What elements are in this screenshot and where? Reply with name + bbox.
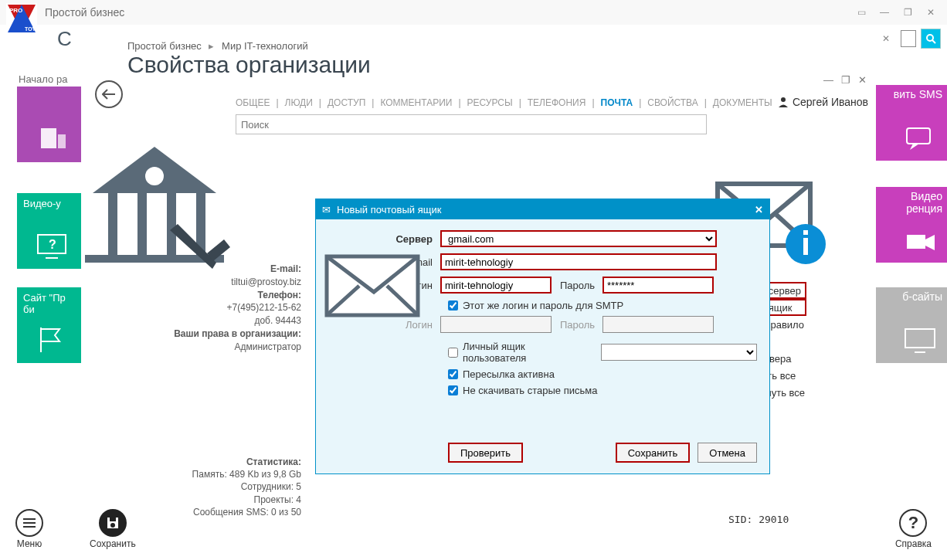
- same-smtp-checkbox[interactable]: [448, 300, 458, 311]
- mail-icon: ✉: [322, 204, 331, 216]
- monitor-icon: [904, 328, 936, 354]
- svg-rect-25: [803, 238, 808, 255]
- menu-icon: [15, 509, 43, 537]
- save-bottom-button[interactable]: Сохранить: [90, 509, 136, 549]
- check-button[interactable]: Проверить: [448, 443, 523, 463]
- svg-point-14: [781, 97, 786, 102]
- current-user[interactable]: Сергей Иванов: [777, 96, 868, 108]
- tab-comments[interactable]: КОММЕНТАРИИ: [380, 97, 452, 108]
- svg-point-3: [927, 35, 933, 41]
- forwarding-checkbox[interactable]: [448, 369, 458, 379]
- server-label: Сервер: [328, 233, 440, 245]
- tile-label: Видео ренция: [906, 190, 942, 215]
- stats-header: Статистика:: [246, 456, 301, 467]
- help-label: Справка: [895, 538, 932, 549]
- envelope-icon: [324, 246, 424, 323]
- user-icon: [777, 96, 789, 108]
- tab-resources[interactable]: РЕСУРСЫ: [467, 97, 513, 108]
- panel-minimize-icon[interactable]: —: [823, 74, 833, 86]
- cancel-button[interactable]: Отмена: [698, 443, 757, 463]
- panel-window-controls: — ❐ ✕: [823, 74, 867, 86]
- svg-point-45: [110, 523, 115, 528]
- tab-telephony[interactable]: ТЕЛЕФОНИЯ: [528, 97, 586, 108]
- email-value: tiltui@prostoy.biz: [139, 276, 301, 289]
- svg-text:PRO: PRO: [9, 7, 22, 14]
- app-title: Простой бизнес: [45, 6, 124, 19]
- password-input[interactable]: [602, 277, 714, 294]
- tile-left-3[interactable]: Сайт "Пр би: [17, 287, 87, 363]
- tile-right-2[interactable]: Видео ренция: [876, 187, 947, 263]
- message-icon: [905, 127, 936, 151]
- tab-general[interactable]: ОБЩЕЕ: [236, 97, 270, 108]
- header-search-input[interactable]: [901, 30, 916, 47]
- breadcrumb-item[interactable]: Простой бизнес: [127, 40, 202, 52]
- svg-line-4: [932, 40, 935, 43]
- app-logo: PROTOY: [6, 3, 37, 34]
- modal-titlebar[interactable]: ✉ Новый почтовый ящик ✕: [316, 199, 769, 219]
- restore-icon[interactable]: ▭: [851, 5, 871, 19]
- tile-label: Сайт "Пр би: [23, 292, 87, 315]
- new-mailbox-modal: ✉ Новый почтовый ящик ✕ Сервер gmail.com…: [315, 199, 770, 474]
- building-illustration: [77, 131, 232, 270]
- maximize-icon[interactable]: ❐: [898, 5, 918, 19]
- svg-rect-11: [907, 235, 925, 249]
- phone-ext: доб. 94443: [139, 314, 301, 328]
- close-icon[interactable]: ✕: [921, 5, 941, 19]
- svg-text:TOY: TOY: [25, 26, 36, 32]
- modal-title-text: Новый почтовый ящик: [337, 204, 441, 216]
- chevron-right-icon: ▸: [209, 40, 214, 52]
- arrow-left-icon: [102, 89, 116, 100]
- phone-value: +7(495)212-15-62: [139, 301, 301, 314]
- tile-right-3[interactable]: б-сайты: [876, 287, 947, 363]
- stats-employees: Сотрудники: 5: [139, 480, 301, 493]
- server-select[interactable]: gmail.com: [440, 230, 717, 247]
- building-icon: [35, 120, 69, 154]
- tile-left-1[interactable]: [17, 87, 87, 162]
- help-button[interactable]: ? Справка: [895, 509, 932, 549]
- svg-rect-24: [803, 230, 808, 235]
- start-label: Начало ра: [19, 73, 67, 85]
- stats-memory: Память: 489 Kb из 9,8 Gb: [139, 468, 301, 480]
- tab-people[interactable]: ЛЮДИ: [285, 97, 313, 108]
- sub-close-icon[interactable]: ✕: [876, 32, 896, 46]
- search-icon: [925, 33, 936, 44]
- no-old-checkbox[interactable]: [448, 385, 458, 395]
- svg-text:?: ?: [49, 238, 56, 251]
- phone-label: Телефон:: [258, 290, 301, 300]
- search-input[interactable]: [236, 114, 707, 134]
- panel-maximize-icon[interactable]: ❐: [841, 74, 850, 86]
- smtp-password-label: Пароль: [552, 319, 602, 331]
- same-smtp-label: Этот же логин и пароль для SMTP: [463, 300, 623, 311]
- tabs: ОБЩЕЕ| ЛЮДИ| ДОСТУП| КОММЕНТАРИИ| РЕСУРС…: [81, 77, 873, 114]
- password-label: Пароль: [552, 280, 602, 291]
- email-input[interactable]: [440, 253, 717, 270]
- svg-rect-44: [110, 518, 116, 521]
- org-info: E-mail: tiltui@prostoy.biz Телефон: +7(4…: [139, 263, 301, 354]
- save-icon: [99, 509, 127, 537]
- svg-rect-12: [905, 329, 935, 348]
- personal-box-checkbox[interactable]: [448, 348, 458, 358]
- back-button[interactable]: [95, 80, 123, 108]
- login-input[interactable]: [440, 277, 552, 294]
- tab-properties[interactable]: СВОЙСТВА: [647, 97, 698, 108]
- page-title: Свойства организации: [81, 52, 873, 77]
- tab-access[interactable]: ДОСТУП: [328, 97, 365, 108]
- tab-mail[interactable]: ПОЧТА: [601, 97, 633, 108]
- search-button[interactable]: [921, 29, 941, 49]
- modal-close-button[interactable]: ✕: [755, 204, 763, 216]
- svg-rect-6: [58, 134, 66, 148]
- menu-button[interactable]: Меню: [15, 509, 43, 549]
- svg-point-21: [145, 167, 164, 185]
- panel-close-icon[interactable]: ✕: [858, 74, 867, 86]
- breadcrumb-item[interactable]: Мир IT-технологий: [222, 40, 308, 52]
- tile-right-1[interactable]: вить SMS: [876, 85, 947, 161]
- tile-left-2[interactable]: Видео-у ?: [17, 193, 87, 269]
- tab-documents[interactable]: ДОКУМЕНТЫ: [713, 97, 772, 108]
- breadcrumb: Простой бизнес ▸ Мир IT-технологий: [81, 31, 873, 52]
- window-controls: ▭ — ❐ ✕: [851, 5, 941, 19]
- no-old-label: Не скачивать старые письма: [463, 385, 597, 396]
- minimize-icon[interactable]: —: [874, 5, 894, 19]
- save-button[interactable]: Сохранить: [616, 443, 691, 463]
- forwarding-label: Пересылка активна: [463, 368, 555, 380]
- personal-box-user-select[interactable]: [601, 344, 757, 361]
